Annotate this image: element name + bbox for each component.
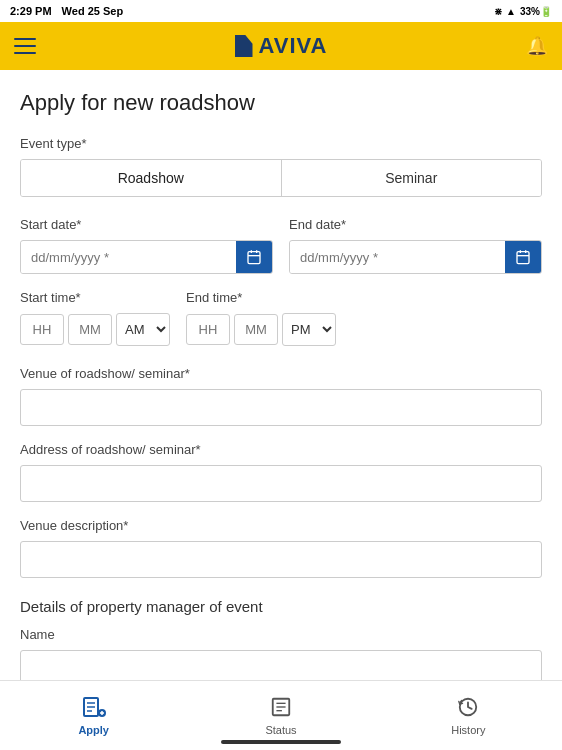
status-icons: ⋇ ▲ 33%🔋 <box>494 6 552 17</box>
svg-rect-0 <box>248 252 260 264</box>
start-time-hh-input[interactable] <box>20 314 64 345</box>
venue-input[interactable] <box>20 389 542 426</box>
status-date: Wed 25 Sep <box>62 5 124 17</box>
start-time-label: Start time* <box>20 290 170 305</box>
history-nav-label: History <box>451 724 485 736</box>
status-nav-label: Status <box>265 724 296 736</box>
notification-bell-icon[interactable]: 🔔 <box>526 35 548 57</box>
logo-icon <box>235 35 253 57</box>
main-content: Apply for new roadshow Event type* Roads… <box>0 70 562 750</box>
venue-label: Venue of roadshow/ seminar* <box>20 366 542 381</box>
home-indicator <box>221 740 341 744</box>
status-time: 2:29 PM <box>10 5 52 17</box>
start-time-ampm-select[interactable]: AM PM <box>116 313 170 346</box>
event-type-seminar-button[interactable]: Seminar <box>282 160 542 196</box>
nav-history[interactable]: History <box>375 696 562 736</box>
end-time-ampm-select[interactable]: AM PM <box>282 313 336 346</box>
nav-apply[interactable]: Apply <box>0 696 187 736</box>
event-type-toggle: Roadshow Seminar <box>20 159 542 197</box>
address-label: Address of roadshow/ seminar* <box>20 442 542 457</box>
end-time-mm-input[interactable] <box>234 314 278 345</box>
start-date-input[interactable] <box>21 242 236 273</box>
start-time-group: Start time* AM PM <box>20 290 170 346</box>
apply-nav-icon <box>82 696 106 722</box>
status-nav-icon <box>270 696 292 722</box>
start-time-inputs: AM PM <box>20 313 170 346</box>
svg-rect-4 <box>517 252 529 264</box>
status-bar: 2:29 PM Wed 25 Sep ⋇ ▲ 33%🔋 <box>0 0 562 22</box>
end-time-hh-input[interactable] <box>186 314 230 345</box>
battery-icon: 33%🔋 <box>520 6 552 17</box>
nav-status[interactable]: Status <box>187 696 374 736</box>
end-date-input[interactable] <box>290 242 505 273</box>
end-date-input-wrap <box>289 240 542 274</box>
calendar-icon <box>246 249 262 265</box>
start-date-calendar-button[interactable] <box>236 241 272 273</box>
venue-desc-input[interactable] <box>20 541 542 578</box>
event-type-label: Event type* <box>20 136 542 151</box>
end-date-label: End date* <box>289 217 542 232</box>
time-row: Start time* AM PM End time* AM PM <box>20 290 542 346</box>
end-time-group: End time* AM PM <box>186 290 336 346</box>
start-date-group: Start date* <box>20 217 273 274</box>
header: AVIVA 🔔 <box>0 22 562 70</box>
name-label: Name <box>20 627 542 642</box>
event-type-roadshow-button[interactable]: Roadshow <box>21 160 281 196</box>
start-date-label: Start date* <box>20 217 273 232</box>
end-time-inputs: AM PM <box>186 313 336 346</box>
address-input[interactable] <box>20 465 542 502</box>
calendar-icon <box>515 249 531 265</box>
date-row: Start date* End date* <box>20 217 542 274</box>
logo-text: AVIVA <box>259 33 328 59</box>
start-time-mm-input[interactable] <box>68 314 112 345</box>
start-date-input-wrap <box>20 240 273 274</box>
page-title: Apply for new roadshow <box>20 90 542 116</box>
end-date-group: End date* <box>289 217 542 274</box>
apply-nav-label: Apply <box>78 724 109 736</box>
wifi-icon: ⋇ <box>494 6 502 17</box>
menu-button[interactable] <box>14 38 36 54</box>
end-date-calendar-button[interactable] <box>505 241 541 273</box>
details-section-title: Details of property manager of event <box>20 598 542 615</box>
aviva-logo: AVIVA <box>235 33 328 59</box>
history-nav-icon <box>457 696 479 722</box>
venue-desc-label: Venue description* <box>20 518 542 533</box>
end-time-label: End time* <box>186 290 336 305</box>
signal-icon: ▲ <box>506 6 516 17</box>
